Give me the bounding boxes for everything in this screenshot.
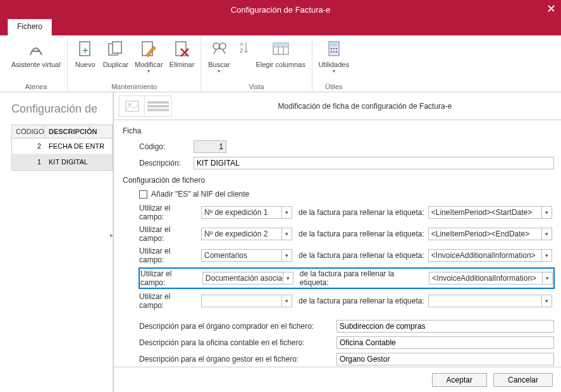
use-field-label: Utilizar el campo: [140, 269, 199, 287]
sort-icon: AZ [237, 39, 249, 59]
duplicate-icon [106, 39, 126, 59]
chevron-down-icon[interactable]: ▾ [541, 207, 552, 218]
panel-title: Configuración de [11, 102, 113, 116]
col-codigo[interactable]: CÓDIGO [12, 125, 45, 138]
cancel-button[interactable]: Cancelar [493, 373, 553, 387]
sort-button[interactable]: AZ [234, 38, 252, 75]
chevron-down-icon[interactable]: ▾ [281, 295, 292, 307]
table-row[interactable]: 1 KIT DIGITAL [12, 154, 112, 170]
left-panel: Configuración de CÓDIGO DESCRIPCIÓN 2 FE… [0, 92, 113, 392]
use-field-label: Utilizar el campo: [139, 247, 197, 264]
atenea-button[interactable]: Asistente virtual [9, 38, 63, 70]
svg-text:Z: Z [240, 47, 244, 54]
desc-field[interactable] [336, 320, 554, 333]
descripcion-label: Descripción: [139, 159, 190, 168]
desc-field[interactable] [336, 336, 554, 349]
desc-row: Descripción para el órgano comprador en … [139, 320, 554, 333]
chevron-down-icon[interactable]: ▾ [541, 295, 552, 307]
use-field-label: Utilizar el campo: [139, 292, 197, 310]
form-title: Modificación de ficha de configuración d… [172, 102, 558, 111]
col-descripcion[interactable]: DESCRIPCIÓN [45, 125, 112, 138]
edit-icon [139, 39, 159, 59]
duplicar-button[interactable]: Duplicar [101, 38, 131, 75]
use-field-label: Utilizar el campo: [139, 204, 197, 221]
ribbon: Asistente virtual Atenea + Nuevo Duplica… [0, 35, 561, 92]
tab-fichero[interactable]: Fichero [8, 19, 52, 35]
search-icon [209, 39, 229, 59]
buscar-button[interactable]: Buscar ▾ [205, 38, 233, 75]
tag-dropdown[interactable]: <LineItemPeriod><StartDate>▾ [428, 206, 552, 219]
mapping-row: Utilizar el campo:Documentación asociac▾… [139, 268, 554, 288]
atenea-icon [26, 39, 46, 59]
grid-table: CÓDIGO DESCRIPCIÓN 2 FECHA DE ENTR 1 KIT… [11, 125, 113, 171]
svg-rect-3 [113, 42, 121, 53]
elegir-columnas-button[interactable]: Elegir columnas [253, 38, 307, 75]
descripcion-field[interactable] [194, 157, 554, 169]
chevron-down-icon[interactable]: ▾ [281, 207, 292, 218]
mapping-row: Utilizar el campo:▾de la factura para re… [139, 292, 554, 310]
chevron-down-icon[interactable]: ▾ [283, 273, 293, 284]
field-dropdown[interactable]: ▾ [201, 295, 292, 307]
desc-label: Descripción para el órgano gestor en el … [139, 355, 333, 364]
field-dropdown[interactable]: Nº de expedición 2▾ [201, 228, 292, 240]
use-field-label: Utilizar el campo: [139, 225, 197, 243]
svg-point-18 [333, 51, 335, 53]
columns-icon [271, 39, 291, 59]
accept-button[interactable]: Aceptar [432, 373, 487, 387]
chevron-down-icon: ▾ [218, 68, 220, 74]
table-row[interactable]: 2 FECHA DE ENTR [12, 138, 112, 154]
chevron-down-icon[interactable]: ▾ [541, 228, 552, 240]
eliminar-button[interactable]: Eliminar [167, 38, 197, 75]
tab-strip: Fichero [0, 19, 561, 35]
desc-field[interactable] [336, 353, 554, 365]
chevron-down-icon[interactable]: ▾ [542, 273, 552, 284]
nif-checkbox[interactable] [139, 190, 147, 199]
form-panel: ▸ Modificación de ficha de configuración… [113, 92, 561, 392]
nif-checkbox-label: Añadir "ES" al NIF del cliente [151, 190, 249, 199]
group-atenea-label: Atenea [25, 83, 47, 92]
chevron-down-icon[interactable]: ▾ [541, 250, 552, 261]
field-dropdown[interactable]: Nº de expedición 1▾ [201, 206, 292, 219]
field-dropdown[interactable]: Documentación asociac▾ [202, 272, 293, 285]
utilidades-button[interactable]: Utilidades ▾ [316, 38, 352, 75]
svg-point-17 [330, 51, 332, 53]
svg-text:A: A [240, 41, 244, 47]
section-conf: Configuración de fichero [123, 176, 554, 185]
fill-tag-label: de la factura para rellenar la etiqueta: [300, 269, 425, 287]
chevron-down-icon: ▾ [147, 68, 150, 74]
title-bar: Configuración de Factura-e ✕ [0, 0, 561, 19]
fill-tag-label: de la factura para rellenar la etiqueta: [299, 251, 424, 260]
chevron-down-icon[interactable]: ▾ [281, 228, 292, 240]
svg-rect-11 [273, 43, 288, 47]
nuevo-button[interactable]: + Nuevo [71, 38, 99, 75]
chevron-down-icon[interactable]: ▾ [281, 250, 292, 261]
svg-text:+: + [82, 45, 88, 56]
mapping-row: Utilizar el campo:Nº de expedición 2▾de … [139, 225, 554, 243]
calculator-icon [324, 39, 344, 59]
codigo-field[interactable] [194, 140, 226, 153]
fill-tag-label: de la factura para rellenar la etiqueta: [299, 297, 424, 305]
svg-point-21 [128, 103, 131, 106]
svg-point-19 [335, 51, 337, 53]
section-ficha: Ficha [123, 126, 554, 135]
form-image-placeholder [119, 95, 172, 117]
collapse-handle-icon[interactable]: ▸ [110, 231, 113, 238]
tag-dropdown[interactable]: <InvoiceAdditionalInformation>▾ [428, 249, 552, 262]
new-icon: + [75, 39, 96, 59]
fill-tag-label: de la factura para rellenar la etiqueta: [299, 230, 424, 238]
desc-label: Descripción para el órgano comprador en … [139, 322, 333, 331]
close-icon[interactable]: ✕ [546, 2, 556, 16]
desc-label: Descripción para la oficina contable en … [139, 338, 333, 347]
tag-dropdown[interactable]: <LineItemPeriod><EndDate>▾ [428, 228, 552, 240]
window-title: Configuración de Factura-e [231, 5, 331, 15]
mapping-row: Utilizar el campo:Comentarios▾de la fact… [139, 247, 554, 264]
tag-dropdown[interactable]: <InvoiceAdditionalInformation>▾ [429, 272, 553, 285]
desc-row: Descripción para el órgano gestor en el … [139, 353, 554, 365]
delete-icon [172, 39, 192, 59]
desc-row: Descripción para la oficina contable en … [139, 336, 554, 349]
field-dropdown[interactable]: Comentarios▾ [201, 249, 292, 262]
svg-rect-13 [330, 43, 338, 46]
modificar-button[interactable]: Modificar ▾ [132, 38, 166, 75]
codigo-label: Código: [139, 142, 190, 151]
tag-dropdown[interactable]: ▾ [428, 295, 552, 307]
